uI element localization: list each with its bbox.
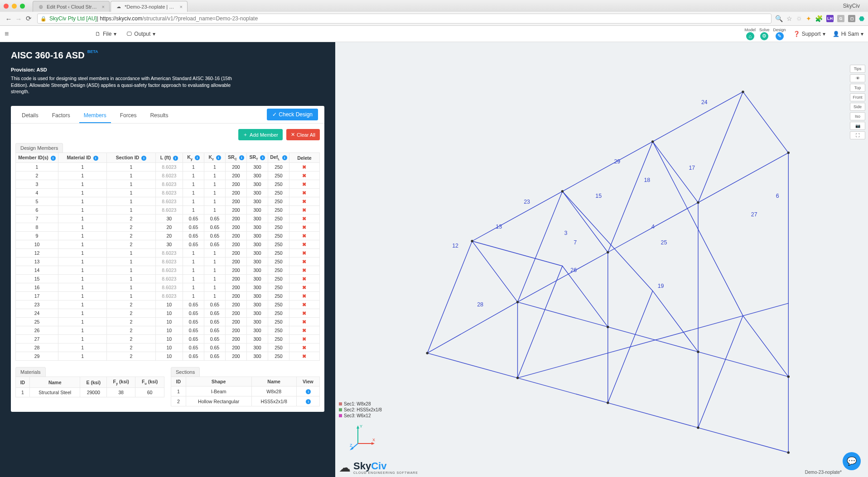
delete-icon[interactable]: ✖ bbox=[302, 328, 306, 333]
delete-icon[interactable]: ✖ bbox=[302, 190, 306, 196]
nav-reload-icon[interactable]: ⟳ bbox=[24, 14, 34, 23]
info-icon[interactable]: i bbox=[260, 155, 265, 160]
delete-icon[interactable]: ✖ bbox=[302, 267, 306, 273]
tab-results[interactable]: Results bbox=[145, 109, 173, 123]
table-row[interactable]: 1I-BeamW8x28i bbox=[171, 386, 320, 396]
url-input[interactable]: 🔒 SkyCiv Pty Ltd [AU] | https://skyciv.c… bbox=[37, 14, 772, 24]
extension-icon[interactable]: ✦ bbox=[806, 15, 811, 22]
delete-icon[interactable]: ✖ bbox=[302, 310, 306, 316]
nav-back-icon[interactable]: ← bbox=[4, 15, 14, 23]
model-viewport[interactable]: 24 17 29 18 15 6 23 4 27 13 3 7 12 25 26… bbox=[335, 42, 868, 477]
info-icon[interactable]: i bbox=[239, 155, 244, 160]
window-maximize-icon[interactable] bbox=[20, 4, 25, 9]
add-member-button[interactable]: ＋Add Member bbox=[238, 129, 283, 140]
view-section-icon[interactable]: i bbox=[306, 399, 311, 404]
table-row[interactable]: 1012300.650.65200300250✖ bbox=[16, 240, 320, 249]
table-row[interactable]: 14118.602311200300250✖ bbox=[16, 266, 320, 275]
info-icon[interactable]: i bbox=[93, 156, 98, 161]
menu-icon[interactable]: ≡ bbox=[5, 30, 14, 38]
table-row[interactable]: 4118.602311200300250✖ bbox=[16, 189, 320, 197]
table-row[interactable]: 13118.602311200300250✖ bbox=[16, 258, 320, 266]
delete-icon[interactable]: ✖ bbox=[302, 259, 306, 264]
tab-details[interactable]: Details bbox=[17, 109, 43, 123]
delete-icon[interactable]: ✖ bbox=[302, 250, 306, 256]
tab-members[interactable]: Members bbox=[79, 109, 111, 123]
delete-icon[interactable]: ✖ bbox=[302, 336, 306, 342]
delete-icon[interactable]: ✖ bbox=[302, 242, 306, 247]
table-row[interactable]: 12118.602311200300250✖ bbox=[16, 249, 320, 258]
info-icon[interactable]: i bbox=[173, 156, 178, 161]
mode-solve[interactable]: Solve⚙ bbox=[759, 28, 770, 40]
view-tool-button[interactable]: ⛶ bbox=[850, 131, 865, 139]
view-tool-button[interactable]: 📷 bbox=[850, 122, 865, 130]
table-row[interactable]: 1118.602311200300250✖ bbox=[16, 163, 320, 172]
table-row[interactable]: 1Structural Steel290003860 bbox=[16, 388, 164, 397]
extension-icon[interactable]: LH bbox=[826, 15, 834, 22]
delete-icon[interactable]: ✖ bbox=[302, 319, 306, 324]
browser-tab[interactable]: ☁ *Demo-23-noplate | SkyCiv × bbox=[111, 1, 188, 12]
view-tool-button[interactable]: Front bbox=[850, 93, 865, 101]
window-close-icon[interactable] bbox=[4, 4, 9, 9]
tab-forces[interactable]: Forces bbox=[116, 109, 141, 123]
info-icon[interactable]: i bbox=[216, 155, 221, 160]
nav-forward-icon[interactable]: → bbox=[14, 15, 24, 23]
delete-icon[interactable]: ✖ bbox=[302, 181, 306, 187]
table-row[interactable]: 3118.602311200300250✖ bbox=[16, 180, 320, 189]
view-tool-button[interactable]: Iso bbox=[850, 112, 865, 120]
table-row[interactable]: 712300.650.65200300250✖ bbox=[16, 215, 320, 223]
delete-icon[interactable]: ✖ bbox=[302, 207, 306, 213]
window-minimize-icon[interactable] bbox=[12, 4, 17, 9]
user-menu[interactable]: 👤Hi Sam ▾ bbox=[833, 31, 863, 37]
output-menu[interactable]: 🖵Output ▾ bbox=[126, 31, 155, 37]
tab-close-icon[interactable]: × bbox=[102, 4, 105, 10]
delete-icon[interactable]: ✖ bbox=[302, 173, 306, 178]
table-row[interactable]: 2612100.650.65200300250✖ bbox=[16, 326, 320, 335]
delete-icon[interactable]: ✖ bbox=[302, 293, 306, 299]
delete-icon[interactable]: ✖ bbox=[302, 216, 306, 221]
delete-icon[interactable]: ✖ bbox=[302, 276, 306, 281]
table-row[interactable]: 16118.602311200300250✖ bbox=[16, 283, 320, 292]
table-row[interactable]: 2712100.650.65200300250✖ bbox=[16, 335, 320, 343]
info-icon[interactable]: i bbox=[282, 155, 287, 160]
table-row[interactable]: 812200.650.65200300250✖ bbox=[16, 223, 320, 232]
extension-icon[interactable]: ⬣ bbox=[859, 15, 864, 22]
delete-icon[interactable]: ✖ bbox=[302, 199, 306, 204]
extension-icon[interactable]: 🧩 bbox=[815, 15, 823, 22]
extension-icon[interactable]: G bbox=[837, 15, 844, 22]
info-icon[interactable]: i bbox=[195, 155, 200, 160]
zoom-icon[interactable]: 🔍 bbox=[775, 15, 783, 22]
view-tool-button[interactable]: Top bbox=[850, 84, 865, 92]
table-row[interactable]: 2Hollow RectangularHSS5x2x1/8i bbox=[171, 396, 320, 406]
bookmark-icon[interactable]: ☆ bbox=[786, 15, 792, 22]
table-row[interactable]: 2312100.650.65200300250✖ bbox=[16, 301, 320, 309]
mode-design[interactable]: Design✎ bbox=[773, 28, 786, 40]
delete-icon[interactable]: ✖ bbox=[302, 353, 306, 359]
tab-factors[interactable]: Factors bbox=[48, 109, 75, 123]
chat-icon[interactable]: 💬 bbox=[843, 452, 861, 470]
table-row[interactable]: 2118.602311200300250✖ bbox=[16, 172, 320, 180]
view-section-icon[interactable]: i bbox=[306, 389, 311, 394]
delete-icon[interactable]: ✖ bbox=[302, 164, 306, 170]
extension-icon[interactable]: ◻ bbox=[848, 15, 855, 22]
table-row[interactable]: 2512100.650.65200300250✖ bbox=[16, 318, 320, 326]
table-row[interactable]: 2812100.650.65200300250✖ bbox=[16, 343, 320, 352]
browser-tab[interactable]: ◎ Edit Post ‹ Cloud Structural So × bbox=[33, 1, 110, 12]
view-tool-button[interactable]: Tips bbox=[850, 65, 865, 73]
delete-icon[interactable]: ✖ bbox=[302, 345, 306, 350]
view-tool-button[interactable]: Side bbox=[850, 103, 865, 111]
check-design-button[interactable]: ✓Check Design bbox=[267, 109, 318, 120]
info-icon[interactable]: i bbox=[51, 156, 56, 161]
delete-icon[interactable]: ✖ bbox=[302, 233, 306, 238]
table-row[interactable]: 15118.602311200300250✖ bbox=[16, 275, 320, 283]
view-tool-button[interactable]: 👁 bbox=[850, 74, 865, 82]
clear-all-button[interactable]: ✕Clear All bbox=[286, 129, 320, 140]
delete-icon[interactable]: ✖ bbox=[302, 302, 306, 307]
mode-model[interactable]: Model⌂ bbox=[745, 28, 756, 40]
support-menu[interactable]: ❓Support ▾ bbox=[793, 31, 825, 37]
delete-icon[interactable]: ✖ bbox=[302, 285, 306, 290]
tab-close-icon[interactable]: × bbox=[180, 4, 183, 10]
extension-icon[interactable]: ⛭ bbox=[796, 15, 802, 22]
table-row[interactable]: 17118.602311200300250✖ bbox=[16, 292, 320, 301]
delete-icon[interactable]: ✖ bbox=[302, 224, 306, 230]
file-menu[interactable]: 🗋File ▾ bbox=[95, 31, 116, 37]
